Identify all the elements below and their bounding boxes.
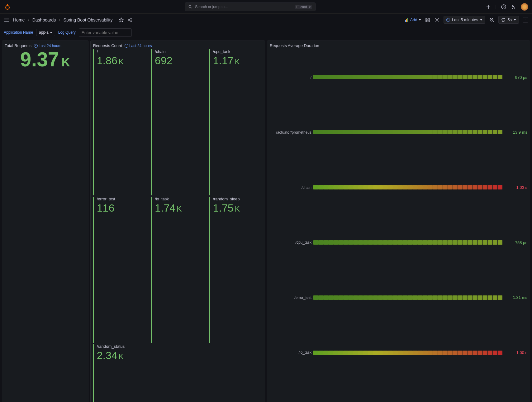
- duration-value: 13.9 ms: [506, 130, 527, 135]
- user-avatar[interactable]: [521, 3, 528, 11]
- svg-point-6: [128, 19, 129, 21]
- global-search[interactable]: Search or jump to... cmd+k: [185, 2, 316, 11]
- time-range-picker[interactable]: Last 5 minutes: [444, 16, 486, 24]
- menu-icon[interactable]: [4, 17, 10, 23]
- stat-item: /1.86K: [93, 49, 146, 195]
- stat-item: /random_sleep1.75K: [209, 197, 262, 343]
- share-icon[interactable]: [127, 17, 133, 23]
- duration-label: /cpu_task: [270, 240, 311, 245]
- heatmap-row: [313, 295, 502, 300]
- variable-bar: Application Name app-a Log Query: [0, 26, 532, 39]
- var-label-logquery: Log Query: [58, 30, 76, 35]
- settings-icon[interactable]: [434, 17, 440, 23]
- duration-label: /actuator/prometheus: [270, 130, 311, 135]
- duration-value: 1.31 ms: [506, 295, 527, 300]
- panel-avg-duration[interactable]: Requests Average Duration //actuator/pro…: [267, 41, 530, 402]
- star-icon[interactable]: [118, 17, 124, 23]
- stat-item: /cpu_task1.17K: [209, 49, 262, 195]
- breadcrumb-bar: Home › Dashboards › Spring Boot Observab…: [0, 14, 532, 26]
- duration-label: /: [270, 75, 311, 79]
- svg-rect-9: [405, 20, 406, 22]
- grafana-logo[interactable]: [4, 3, 11, 11]
- chart-icon: [405, 18, 409, 22]
- stat-item: /chain692: [151, 49, 204, 195]
- stat-total-requests: 9.37K: [5, 48, 86, 402]
- dashboard-grid: Total RequestsLast 24 hours 9.37K Reques…: [0, 39, 532, 402]
- add-icon[interactable]: [486, 4, 491, 10]
- svg-rect-11: [407, 18, 408, 22]
- duration-label: /error_test: [270, 295, 311, 300]
- top-bar: Search or jump to... cmd+k | ?: [0, 0, 532, 14]
- refresh-icon: [501, 18, 506, 22]
- news-icon[interactable]: [511, 4, 516, 10]
- duration-value: 1.00 s: [506, 350, 527, 355]
- var-select-appname[interactable]: app-a: [36, 29, 55, 36]
- svg-rect-10: [406, 19, 407, 22]
- svg-line-15: [493, 21, 494, 22]
- stat-item: /error_test116: [93, 197, 146, 343]
- heatmap-row: [313, 130, 502, 134]
- svg-point-1: [189, 5, 191, 7]
- search-icon: [188, 5, 192, 9]
- svg-rect-3: [296, 6, 299, 8]
- panel-requests-count[interactable]: Requests CountLast 24 hours /1.86K/chain…: [90, 41, 265, 402]
- refresh-picker[interactable]: 5s: [498, 16, 519, 24]
- zoom-out-icon[interactable]: [489, 17, 495, 23]
- help-icon[interactable]: ?: [501, 4, 506, 10]
- kbd-hint: cmd+k: [295, 5, 312, 9]
- heatmap-row: [313, 185, 502, 189]
- expand-icon[interactable]: [523, 17, 528, 23]
- add-panel-button[interactable]: Add: [405, 17, 421, 22]
- clock-icon: [446, 18, 450, 22]
- stat-item: /random_status2.34K: [93, 344, 146, 402]
- duration-value: 758 µs: [506, 240, 527, 245]
- duration-label: /io_task: [270, 350, 311, 355]
- heatmap-row: [313, 351, 502, 355]
- duration-label: /chain: [270, 185, 311, 190]
- svg-point-8: [131, 21, 132, 22]
- heatmap-row: [313, 75, 502, 79]
- svg-point-12: [436, 19, 438, 21]
- duration-value: 1.03 s: [506, 185, 527, 190]
- var-input-logquery[interactable]: [79, 28, 132, 37]
- heatmap-row: [313, 240, 502, 245]
- crumb-home[interactable]: Home: [13, 17, 25, 22]
- crumb-current: Spring Boot Observability: [64, 17, 113, 22]
- save-icon[interactable]: [425, 17, 430, 23]
- crumb-dashboards[interactable]: Dashboards: [32, 17, 56, 22]
- var-label-appname: Application Name: [4, 30, 33, 35]
- svg-line-2: [191, 7, 192, 8]
- duration-value: 970 µs: [506, 75, 527, 80]
- panel-total-requests[interactable]: Total RequestsLast 24 hours 9.37K: [2, 41, 88, 402]
- svg-text:?: ?: [503, 5, 505, 9]
- stat-item: /io_task1.74K: [151, 197, 204, 343]
- svg-point-7: [131, 18, 132, 19]
